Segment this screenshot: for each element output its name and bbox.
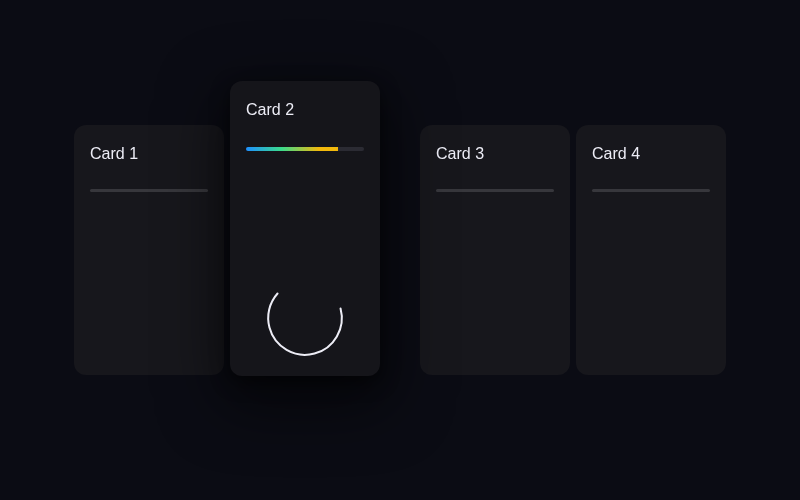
card-title: Card 2 bbox=[246, 101, 364, 119]
card-3[interactable]: Card 3 bbox=[420, 125, 570, 375]
svg-point-0 bbox=[260, 272, 350, 362]
card-progress-track bbox=[436, 189, 554, 192]
card-title: Card 3 bbox=[436, 145, 554, 163]
card-4[interactable]: Card 4 bbox=[576, 125, 726, 375]
card-1[interactable]: Card 1 bbox=[74, 125, 224, 375]
card-title: Card 4 bbox=[592, 145, 710, 163]
card-title: Card 1 bbox=[90, 145, 208, 163]
card-2[interactable]: Card 2 bbox=[230, 81, 380, 376]
card-list: Card 1 Card 2 Card 3 Card 4 bbox=[74, 103, 726, 398]
card-progress-track bbox=[90, 189, 208, 192]
spinner-wrap bbox=[230, 272, 380, 364]
card-progress-track bbox=[592, 189, 710, 192]
loading-spinner-icon bbox=[249, 261, 362, 374]
card-progress-bar bbox=[246, 147, 364, 151]
